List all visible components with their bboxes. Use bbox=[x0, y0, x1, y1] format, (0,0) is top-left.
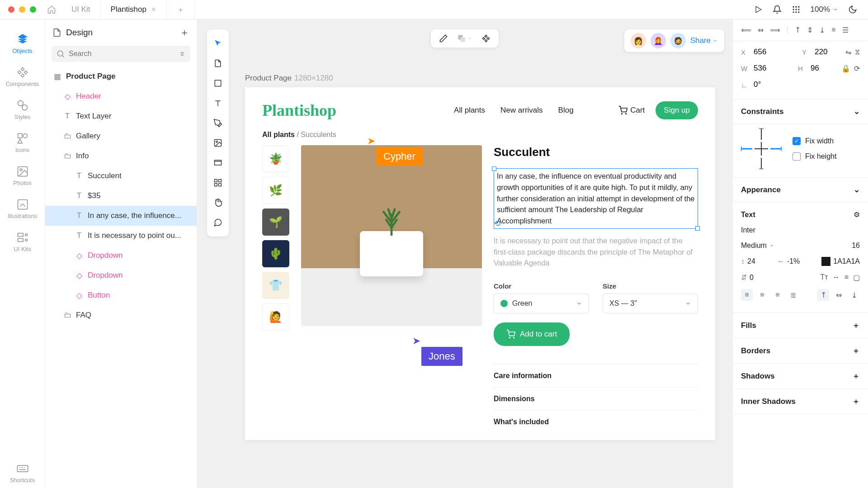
fills-header[interactable]: Fills＋ bbox=[733, 313, 868, 338]
layer-group-gallery[interactable]: 🗀Gallery bbox=[45, 126, 197, 146]
cart-link[interactable]: Cart bbox=[618, 106, 645, 115]
layer-text-paragraph2[interactable]: TIt is necessary to point ou... bbox=[45, 226, 197, 246]
align-top-icon[interactable]: ⤒ bbox=[795, 26, 801, 34]
text-color-input[interactable]: 1A1A1A bbox=[821, 257, 860, 266]
more-align-icon[interactable]: ☰ bbox=[842, 26, 849, 34]
selected-text-node[interactable]: In any case, the influence on eventual p… bbox=[494, 168, 698, 229]
create-component-icon[interactable] bbox=[481, 34, 491, 43]
lock-aspect-icon[interactable]: 🔒 bbox=[841, 64, 850, 73]
thumb-4[interactable]: 🌵 bbox=[262, 240, 289, 267]
move-tool[interactable] bbox=[207, 34, 229, 53]
signup-button[interactable]: Sign up bbox=[656, 101, 698, 119]
home-icon[interactable] bbox=[47, 5, 56, 14]
acc-dimensions[interactable]: Dimensions bbox=[494, 387, 698, 410]
layer-frame-product-page[interactable]: ▦Product Page bbox=[45, 66, 197, 86]
artboard-product-page[interactable]: Plantishop All plants New arrivals Blog … bbox=[245, 87, 715, 440]
font-family[interactable]: Inter bbox=[741, 226, 755, 234]
tab-plantishop[interactable]: Plantishop ✕ bbox=[101, 0, 167, 19]
align-bottom-icon[interactable]: ⤓ bbox=[819, 26, 825, 34]
maximize-window-button[interactable] bbox=[30, 6, 36, 13]
grid-tool[interactable] bbox=[207, 173, 229, 192]
color-select[interactable]: Green bbox=[494, 294, 589, 313]
y-input[interactable] bbox=[815, 47, 842, 57]
fix-height-checkbox[interactable]: Fix height bbox=[793, 152, 836, 161]
close-window-button[interactable] bbox=[8, 6, 14, 13]
add-to-cart-button[interactable]: Add to cart bbox=[494, 322, 570, 346]
add-fill-icon[interactable]: ＋ bbox=[852, 320, 860, 331]
layer-group-info[interactable]: 🗀Info bbox=[45, 146, 197, 166]
text-align-right[interactable]: ≡ bbox=[772, 289, 783, 301]
rail-styles[interactable]: Styles bbox=[0, 95, 45, 125]
acc-care[interactable]: Care information bbox=[494, 364, 698, 387]
flip-h-icon[interactable]: ⇋ bbox=[845, 48, 851, 57]
rail-illustrations[interactable]: Illustrations bbox=[0, 194, 45, 224]
rotation-input[interactable] bbox=[754, 80, 781, 89]
w-input[interactable] bbox=[754, 64, 781, 73]
text-align-left[interactable]: ≡ bbox=[741, 289, 753, 301]
layer-component-button[interactable]: ◇Button bbox=[45, 285, 197, 305]
layer-component-header[interactable]: ◇Header bbox=[45, 86, 197, 106]
boolean-dropdown[interactable] bbox=[457, 34, 472, 43]
gallery-hero[interactable] bbox=[301, 145, 482, 326]
image-tool[interactable] bbox=[207, 133, 229, 152]
thumb-3[interactable]: 🌱 bbox=[262, 208, 289, 236]
collapse-icon[interactable] bbox=[179, 50, 186, 57]
add-border-icon[interactable]: ＋ bbox=[852, 346, 860, 356]
dark-mode-icon[interactable] bbox=[848, 5, 857, 14]
zoom-dropdown[interactable]: 100% bbox=[811, 5, 838, 14]
frame-label[interactable]: Product Page1280×1280 bbox=[245, 74, 333, 83]
add-tab-button[interactable]: ＋ bbox=[167, 0, 195, 19]
page-switcher[interactable]: Design ＋ bbox=[45, 19, 197, 46]
size-select[interactable]: XS — 3" bbox=[603, 294, 698, 313]
design-canvas[interactable]: 👩 👩‍🦰 🧔 Share Product Page1280×1280 Plan… bbox=[197, 19, 732, 488]
constraints-header[interactable]: Constraints ⌄ bbox=[733, 99, 868, 124]
edit-icon[interactable] bbox=[439, 34, 448, 43]
pen-tool[interactable] bbox=[207, 114, 229, 133]
layer-search[interactable] bbox=[52, 46, 190, 62]
letter-spacing-input[interactable]: ↔ -1% bbox=[777, 257, 800, 265]
layer-text-succulent[interactable]: TSucculent bbox=[45, 166, 197, 186]
text-align-justify[interactable]: ≣ bbox=[787, 289, 799, 301]
share-button[interactable]: Share bbox=[690, 36, 718, 45]
x-input[interactable] bbox=[754, 47, 781, 57]
text-tool[interactable] bbox=[207, 94, 229, 113]
paragraph-spacing-input[interactable]: ⇵ 0 bbox=[741, 273, 754, 282]
text-valign-bottom[interactable]: ⤓ bbox=[848, 289, 860, 301]
rail-uikits[interactable]: UI Kits bbox=[0, 227, 45, 257]
tab-ui-kit[interactable]: UI Kit bbox=[61, 0, 101, 19]
search-input[interactable] bbox=[69, 50, 179, 58]
thumb-2[interactable]: 🌿 bbox=[262, 177, 289, 204]
notifications-icon[interactable] bbox=[773, 5, 782, 14]
fix-width-checkbox[interactable]: ✓Fix width bbox=[793, 137, 836, 145]
text-valign-top[interactable]: ⤒ bbox=[817, 289, 829, 301]
avatar-user1[interactable]: 👩 bbox=[631, 33, 646, 48]
fixed-size-icon[interactable]: ▢ bbox=[853, 273, 860, 282]
layer-text-layer[interactable]: TText Layer bbox=[45, 106, 197, 126]
thumb-1[interactable]: 🪴 bbox=[262, 145, 289, 172]
rectangle-tool[interactable] bbox=[207, 74, 229, 93]
layer-component-dropdown2[interactable]: ◇Dropdown bbox=[45, 265, 197, 285]
acc-whats-included[interactable]: What's included bbox=[494, 410, 698, 433]
auto-width-icon[interactable]: ↔ bbox=[833, 273, 840, 282]
line-height-input[interactable]: ↕ 24 bbox=[741, 257, 755, 265]
apps-grid-icon[interactable] bbox=[792, 5, 801, 14]
avatar-user3[interactable]: 🧔 bbox=[670, 33, 686, 48]
layer-text-price[interactable]: T$35 bbox=[45, 186, 197, 206]
comment-tool[interactable] bbox=[207, 213, 229, 232]
section-tool[interactable] bbox=[207, 153, 229, 172]
thumb-6[interactable]: 🙋 bbox=[262, 303, 289, 331]
appearance-header[interactable]: Apperance ⌄ bbox=[733, 178, 868, 202]
rail-icons[interactable]: Icons bbox=[0, 128, 45, 158]
close-tab-icon[interactable]: ✕ bbox=[151, 6, 156, 13]
auto-height-icon[interactable]: ≡ bbox=[844, 273, 849, 282]
align-right-icon[interactable]: ⟹ bbox=[770, 26, 780, 34]
shadows-header[interactable]: Shadows＋ bbox=[733, 364, 868, 389]
text-transform-icon[interactable]: Tт bbox=[821, 273, 828, 282]
add-inner-shadow-icon[interactable]: ＋ bbox=[852, 396, 860, 407]
text-valign-middle[interactable]: ⇔ bbox=[833, 289, 844, 301]
text-align-center[interactable]: ≡ bbox=[756, 289, 768, 301]
hand-tool[interactable] bbox=[207, 193, 229, 212]
breadcrumb-root[interactable]: All plants bbox=[262, 131, 295, 138]
rail-photos[interactable]: Photos bbox=[0, 161, 45, 191]
font-weight-dropdown[interactable]: Medium bbox=[741, 242, 774, 250]
